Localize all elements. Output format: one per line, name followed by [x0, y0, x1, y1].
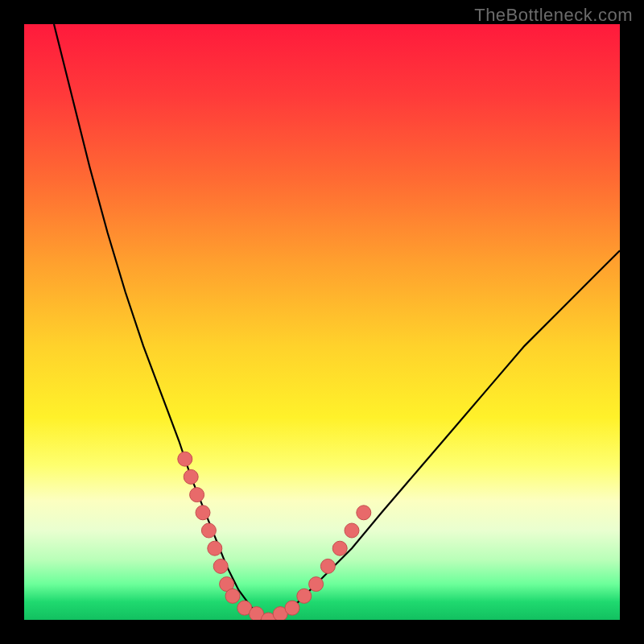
marker-point — [309, 577, 324, 592]
marker-point — [208, 541, 222, 555]
marker-point — [178, 452, 192, 466]
marker-point — [285, 601, 299, 615]
marker-point — [213, 559, 228, 573]
marker-point — [201, 523, 216, 538]
marker-point — [190, 488, 204, 502]
marker-point — [320, 559, 335, 573]
marker-point — [196, 506, 210, 520]
marker-point — [297, 588, 312, 603]
plot-area — [24, 24, 620, 620]
chart-frame: TheBottleneck.com — [0, 0, 644, 644]
marker-point — [345, 523, 359, 538]
curve-svg — [24, 24, 620, 620]
marker-point — [225, 588, 240, 603]
marker-point — [357, 506, 371, 520]
marker-point — [184, 469, 198, 484]
bottleneck-curve — [54, 24, 620, 620]
marker-group — [178, 452, 371, 620]
marker-point — [332, 541, 347, 555]
watermark-text: TheBottleneck.com — [474, 5, 633, 26]
